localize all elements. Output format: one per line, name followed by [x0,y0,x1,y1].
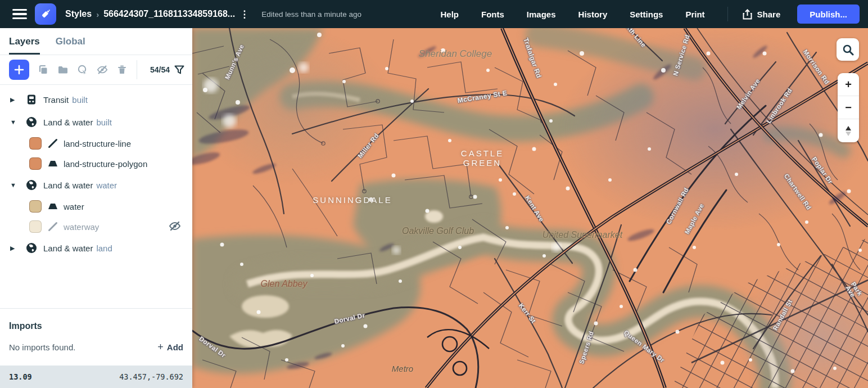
imports-title: Imports [9,321,183,331]
compass-button[interactable] [838,119,859,142]
imports-empty-text: No imports found. [9,342,75,352]
add-import-button[interactable]: + Add [157,341,183,353]
duplicate-layer-icon[interactable] [38,64,49,75]
polygon-type-icon [47,201,58,212]
layer-tree: ▶Transitbuilt▼Land & waterbuiltland-stru… [0,85,192,259]
sidebar: Layers Global 54/54 ▶Transitbuilt▼Land &… [0,28,192,388]
map-canvas[interactable]: Sheridan CollegeMunn's AveTrafalgar RdSi… [192,28,868,388]
select-layer-icon[interactable] [77,64,88,75]
share-label: Share [757,10,781,19]
add-import-label: Add [167,342,183,352]
tab-global[interactable]: Global [56,36,85,55]
nav-item-fonts[interactable]: Fonts [481,10,504,19]
layer-label: waterway [64,222,99,232]
imports-section: Imports No imports found. + Add [0,308,192,353]
layer-group-sublabel: built [96,118,112,127]
plus-icon: + [157,341,164,353]
layer-label: land-structure-polygon [64,159,147,169]
hide-layer-icon[interactable] [97,64,108,75]
breadcrumb-styles[interactable]: Styles [65,9,92,19]
layer-group-label: Land & water [43,243,93,253]
caret-down-icon[interactable]: ▼ [10,182,18,188]
publish-button[interactable]: Publish... [797,4,860,24]
compass-icon [846,126,851,136]
share-icon [743,9,752,20]
add-layer-button[interactable] [9,60,29,80]
nav-item-help[interactable]: Help [441,10,459,19]
layer-label: water [64,202,84,211]
map-search-button[interactable] [837,38,859,61]
zoom-in-button[interactable]: + [838,73,859,96]
eye-off-icon[interactable] [169,220,181,233]
plus-icon [14,65,24,75]
layer-group-row[interactable]: ▶Land & waterland [0,237,192,259]
map-statusbar: 13.09 43.457,-79.692 [0,366,192,388]
top-bar: Styles › 566424307_116811334859168... ⋮ … [0,0,868,28]
layer-row[interactable]: land-structure-line [0,133,192,154]
search-icon [842,44,854,56]
share-button[interactable]: Share [743,9,781,20]
line-type-icon [47,221,58,232]
layer-group-row[interactable]: ▶Transitbuilt [0,88,192,111]
map-zoom-controls: + − [838,73,859,142]
filter-icon[interactable] [174,65,184,75]
style-menu-icon[interactable]: ⋮ [239,10,249,19]
layer-group-row[interactable]: ▼Land & waterwater [0,174,192,196]
layer-group-sublabel: built [72,95,88,105]
caret-right-icon[interactable]: ▶ [10,245,18,252]
edited-status: Edited less than a minute ago [261,10,361,19]
layer-row[interactable]: waterway [0,216,192,237]
polygon-type-icon [47,158,58,169]
layer-color-swatch[interactable] [29,220,42,233]
spray-can-icon [39,8,52,20]
layer-group-row[interactable]: ▼Land & waterbuilt [0,111,192,133]
mapbox-studio-logo[interactable] [35,3,56,25]
header-nav: HelpFontsImagesHistorySettingsPrint [441,10,727,19]
zoom-level: 13.09 [9,372,32,381]
nav-item-history[interactable]: History [578,10,608,19]
layer-label: land-structure-line [64,139,131,148]
layer-group-label: Transit [43,95,69,105]
zoom-out-button[interactable]: − [838,96,859,119]
layer-row[interactable]: land-structure-polygon [0,154,192,174]
nav-item-images[interactable]: Images [527,10,556,19]
globe-icon [25,242,38,254]
layer-color-swatch[interactable] [29,157,42,170]
group-layers-folder-icon[interactable] [57,64,69,75]
delete-layer-icon[interactable] [116,64,128,75]
nav-item-settings[interactable]: Settings [630,10,663,19]
layer-row[interactable]: water [0,196,192,216]
layer-group-sublabel: water [96,181,117,190]
line-type-icon [47,138,58,149]
toolbar-divider [137,60,137,79]
chevron-right-icon: › [96,10,99,19]
nav-item-print[interactable]: Print [685,10,704,19]
layer-group-sublabel: land [96,243,112,253]
transit-icon [25,93,38,106]
style-name[interactable]: 566424307_116811334859168... [103,9,235,19]
nav-divider [727,7,728,21]
layer-color-swatch[interactable] [29,200,42,213]
layer-group-label: Land & water [43,181,93,190]
globe-icon [25,116,38,128]
map-coordinates: 43.457,-79.692 [119,372,183,381]
layer-group-label: Land & water [43,118,93,127]
layer-counter: 54/54 [150,65,170,74]
basemap-svg [192,28,868,388]
tab-layers[interactable]: Layers [9,36,40,55]
sidebar-tabs: Layers Global [0,28,192,55]
layer-toolbar: 54/54 [0,55,192,85]
globe-icon [25,179,38,191]
caret-down-icon[interactable]: ▼ [10,119,18,125]
menu-icon[interactable] [12,9,27,19]
layer-color-swatch[interactable] [29,137,42,150]
caret-right-icon[interactable]: ▶ [10,96,18,103]
